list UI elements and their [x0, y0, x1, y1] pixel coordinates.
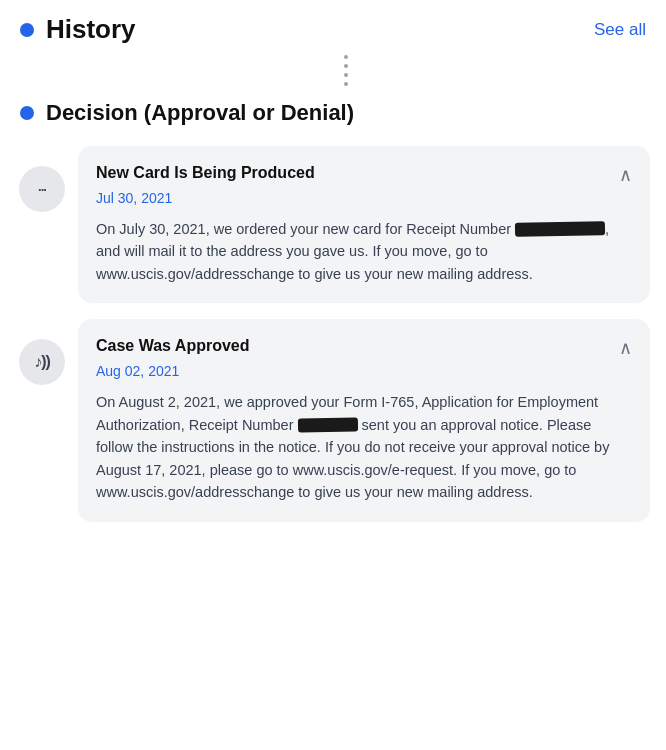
card-case-approved[interactable]: Case Was Approved ∧ Aug 02, 2021 On Augu… [78, 319, 650, 521]
connector-dot-1 [344, 55, 348, 59]
header-row: History See all [0, 0, 666, 51]
decision-title: Decision (Approval or Denial) [46, 100, 354, 126]
dots-icon: ··· [19, 166, 65, 212]
cards-area: ··· New Card Is Being Produced ∧ Jul 30,… [0, 146, 666, 538]
header-left: History [20, 14, 136, 45]
card-new-card[interactable]: New Card Is Being Produced ∧ Jul 30, 202… [78, 146, 650, 303]
decision-row: Decision (Approval or Denial) [0, 90, 666, 146]
card-date-1: Jul 30, 2021 [96, 190, 632, 206]
timeline-dot-history [20, 23, 34, 37]
card-body-1: On July 30, 2021, we ordered your new ca… [96, 218, 632, 285]
connector-dot-4 [344, 82, 348, 86]
chevron-up-icon-1: ∧ [619, 164, 632, 186]
page-container: History See all Decision (Approval or De… [0, 0, 666, 750]
see-all-link[interactable]: See all [594, 20, 646, 40]
sound-icon: ♪)) [19, 339, 65, 385]
card-row-2: ♪)) Case Was Approved ∧ Aug 02, 2021 On … [16, 319, 650, 521]
card-date-2: Aug 02, 2021 [96, 363, 632, 379]
timeline-dot-decision [20, 106, 34, 120]
card-title-1: New Card Is Being Produced [96, 164, 611, 182]
card-row-1: ··· New Card Is Being Produced ∧ Jul 30,… [16, 146, 650, 303]
redacted-text-2 [297, 418, 357, 433]
card-icon-area-2: ♪)) [16, 319, 68, 385]
card-header-2: Case Was Approved ∧ [96, 337, 632, 359]
connector-dot-3 [344, 73, 348, 77]
chevron-up-icon-2: ∧ [619, 337, 632, 359]
card-body-2: On August 2, 2021, we approved your Form… [96, 391, 632, 503]
connector-dot-2 [344, 64, 348, 68]
card-header-1: New Card Is Being Produced ∧ [96, 164, 632, 186]
card-title-2: Case Was Approved [96, 337, 611, 355]
page-title: History [46, 14, 136, 45]
timeline-connector [0, 51, 666, 90]
card-icon-area-1: ··· [16, 146, 68, 212]
redacted-text-1 [515, 221, 605, 237]
